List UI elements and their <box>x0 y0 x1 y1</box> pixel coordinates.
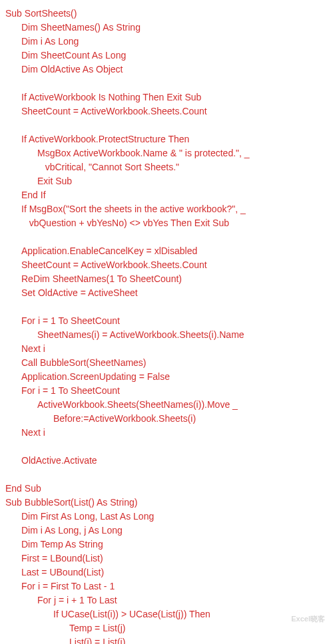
code-line: End If <box>5 188 330 202</box>
code-line: If ActiveWorkbook Is Nothing Then Exit S… <box>5 90 330 104</box>
code-line: Sub SortSheets() <box>5 7 330 21</box>
code-line <box>5 300 330 314</box>
code-line: Temp = List(j) <box>5 621 330 635</box>
code-line <box>5 230 330 244</box>
code-line: Next i <box>5 426 330 440</box>
code-line: For i = 1 To SheetCount <box>5 384 330 398</box>
code-line: Last = UBound(List) <box>5 565 330 579</box>
code-line: Before:=ActiveWorkbook.Sheets(i) <box>5 412 330 426</box>
code-line: Sub BubbleSort(List() As String) <box>5 496 330 510</box>
code-line: First = LBound(List) <box>5 552 330 565</box>
code-line: vbQuestion + vbYesNo) <> vbYes Then Exit… <box>5 216 330 230</box>
code-line <box>5 118 330 132</box>
code-line: MsgBox ActiveWorkbook.Name & " is protec… <box>5 146 330 160</box>
code-line: Next i <box>5 342 330 356</box>
code-line: Dim OldActive As Object <box>5 63 330 77</box>
code-line: Dim SheetCount As Long <box>5 49 330 63</box>
code-line: Application.ScreenUpdating = False <box>5 370 330 384</box>
code-line: Exit Sub <box>5 174 330 188</box>
code-line: Set OldActive = ActiveSheet <box>5 286 330 300</box>
code-line: Application.EnableCancelKey = xlDisabled <box>5 244 330 258</box>
code-line: Dim i As Long <box>5 35 330 49</box>
code-line: Dim Temp As String <box>5 538 330 552</box>
code-line: For j = i + 1 To Last <box>5 593 330 607</box>
code-line <box>5 440 330 454</box>
code-line: OldActive.Activate <box>5 454 330 468</box>
code-line: For i = 1 To SheetCount <box>5 314 330 328</box>
code-line: ActiveWorkbook.Sheets(SheetNames(i)).Mov… <box>5 398 330 412</box>
code-line: Dim First As Long, Last As Long <box>5 510 330 524</box>
code-line: End Sub <box>5 482 330 496</box>
code-line: If UCase(List(i)) > UCase(List(j)) Then <box>5 607 330 621</box>
code-line <box>5 468 330 482</box>
code-line: Dim SheetNames() As String <box>5 21 330 35</box>
code-line: Dim i As Long, j As Long <box>5 524 330 538</box>
code-line: SheetCount = ActiveWorkbook.Sheets.Count <box>5 258 330 272</box>
code-line: List(j) = List(i) <box>5 635 330 644</box>
code-line: If MsgBox("Sort the sheets in the active… <box>5 202 330 216</box>
code-line: SheetCount = ActiveWorkbook.Sheets.Count <box>5 104 330 118</box>
code-line: If ActiveWorkbook.ProtectStructure Then <box>5 132 330 146</box>
code-line: vbCritical, "Cannot Sort Sheets." <box>5 160 330 174</box>
code-line <box>5 77 330 90</box>
watermark-text: Excel晓客 <box>291 613 325 625</box>
code-line: Call BubbleSort(SheetNames) <box>5 356 330 370</box>
vba-code-block: Sub SortSheets()Dim SheetNames() As Stri… <box>5 7 330 644</box>
code-line: SheetNames(i) = ActiveWorkbook.Sheets(i)… <box>5 328 330 342</box>
code-line: For i = First To Last - 1 <box>5 579 330 593</box>
code-line: ReDim SheetNames(1 To SheetCount) <box>5 272 330 286</box>
